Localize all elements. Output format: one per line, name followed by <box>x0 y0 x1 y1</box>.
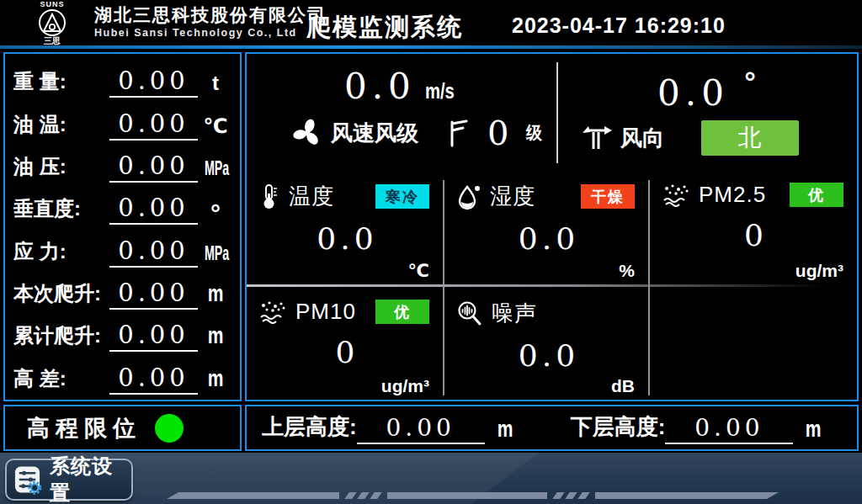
sensor-label: 湿度 <box>490 182 535 211</box>
field-oil-temp: 油 温: 0.00 ℃ <box>13 102 233 141</box>
field-unit: m <box>202 281 230 310</box>
elevation-limit-label: 高程限位 <box>27 413 141 443</box>
lower-height-label: 下层高度: <box>571 412 666 444</box>
company-name: 湖北三思科技股份有限公司 Hubei Sansi Technology Co.,… <box>94 4 327 40</box>
wind-speed-value: 0.0 <box>344 66 416 107</box>
wind-direction-block: 0.0 ° 风向 北 <box>556 54 857 172</box>
wind-level-row: 风速风级 0 级 <box>247 114 556 152</box>
wind-direction-value: 0.0 <box>657 72 729 114</box>
field-stress: 应 力: 0.00 MPa <box>13 229 233 268</box>
sensor-cell-pm10: PM10 优 0 ug/m³ <box>247 289 443 400</box>
wind-section: 0.0 m/s 风速风级 <box>247 54 857 172</box>
upper-height-field: 上层高度: 0.00 m <box>262 412 515 444</box>
upper-height-unit: m <box>497 416 513 444</box>
field-value: 0.00 <box>109 321 198 352</box>
company-name-cn: 湖北三思科技股份有限公司 <box>94 4 327 26</box>
field-label: 油 温: <box>13 111 109 141</box>
dust-icon <box>258 300 287 325</box>
sensor-label: 噪声 <box>492 299 537 328</box>
sensor-unit: ug/m³ <box>381 376 429 396</box>
wind-direction-unit: ° <box>744 66 756 98</box>
upper-height-label: 上层高度: <box>262 412 357 444</box>
sensor-cell-humidity: 湿度 干燥 0.0 % <box>444 172 648 284</box>
field-label: 累计爬升: <box>13 322 109 352</box>
system-settings-button[interactable]: 系统设置 <box>5 459 133 501</box>
field-value: 0.00 <box>109 66 198 98</box>
status-badge: 优 <box>790 183 843 207</box>
sensor-cell-temperature: 温度 寒冷 0.0 ℃ <box>247 172 443 284</box>
field-unit: MPa <box>205 157 226 183</box>
field-value: 0.00 <box>109 236 198 268</box>
company-name-en: Hubei Sansi Technology Co., Ltd <box>94 26 327 40</box>
field-value: 0.00 <box>109 109 198 141</box>
page-title: 爬模监测系统 <box>296 11 473 45</box>
field-value: 0.00 <box>109 363 198 395</box>
wind-direction-label: 风向 <box>620 124 664 153</box>
field-unit: ℃ <box>198 114 233 141</box>
wind-level-flag-icon <box>447 118 469 148</box>
header: SUNS 三思 湖北三思科技股份有限公司 Hubei Sansi Technol… <box>0 0 862 45</box>
status-badge: 干燥 <box>581 184 635 209</box>
wind-speed-unit: m/s <box>425 78 455 104</box>
field-label: 重 量: <box>13 68 109 98</box>
sensor-unit: % <box>619 261 635 281</box>
upper-height-value: 0.00 <box>357 414 485 444</box>
sensor-label: 温度 <box>289 182 334 211</box>
header-divider <box>0 45 862 49</box>
field-weight: 重 量: 0.00 t <box>13 59 233 98</box>
field-height-diff: 高 差: 0.00 m <box>13 356 233 395</box>
noise-meter-icon <box>456 300 483 327</box>
sensor-unit: dB <box>611 376 635 396</box>
field-oil-pressure: 油 压: 0.00 MPa <box>13 144 233 183</box>
wind-section-divider <box>556 62 558 163</box>
sensor-unit: ug/m³ <box>795 261 843 281</box>
monitoring-screen: SUNS 三思 湖北三思科技股份有限公司 Hubei Sansi Technol… <box>0 0 862 504</box>
field-current-climb: 本次爬升: 0.00 m <box>13 271 233 310</box>
sensor-value: 0 <box>258 335 436 369</box>
wind-speed-label: 风速风级 <box>331 119 418 148</box>
environment-panel: 0.0 m/s 风速风级 <box>245 52 859 401</box>
lower-height-unit: m <box>806 416 822 444</box>
dust-icon <box>662 183 690 208</box>
footer-bar: 系统设置 <box>0 453 862 504</box>
measurements-panel: 重 量: 0.00 t 油 温: 0.00 ℃ 油 压: 0.00 MPa 垂直… <box>3 52 242 401</box>
sensor-value: 0.0 <box>456 338 641 373</box>
wind-level-value: 0 <box>487 114 508 152</box>
sensor-value: 0 <box>662 218 850 252</box>
field-verticality: 垂直度: 0.00 ° <box>13 186 233 225</box>
grid-divider-horizontal <box>247 284 841 287</box>
droplet-icon <box>456 183 482 210</box>
sensor-cell-noise: 噪声 0.0 dB <box>444 289 648 400</box>
field-unit: MPa <box>205 242 226 268</box>
sensor-value: 0.0 <box>456 221 641 256</box>
sensor-unit: ℃ <box>408 261 429 281</box>
wind-speed-value-row: 0.0 m/s <box>247 66 556 107</box>
field-label: 高 差: <box>13 365 109 395</box>
field-label: 本次爬升: <box>13 280 109 310</box>
field-unit: t <box>198 72 233 98</box>
wind-direction-reading: 北 <box>701 120 799 156</box>
field-label: 垂直度: <box>13 195 109 225</box>
layer-heights-panel: 上层高度: 0.00 m 下层高度: 0.00 m <box>245 405 859 451</box>
field-unit: m <box>202 366 230 395</box>
status-badge: 寒冷 <box>375 184 429 209</box>
sensor-grid: 温度 寒冷 0.0 ℃ 湿度 干燥 0.0 % <box>247 172 857 400</box>
field-label: 应 力: <box>13 238 109 268</box>
logo-text-top: SUNS <box>20 1 84 8</box>
sensor-label: PM2.5 <box>699 182 766 208</box>
sensor-cell-empty <box>650 289 857 400</box>
footer-decorative-stripe <box>167 492 779 499</box>
sansi-logo-icon <box>20 8 84 37</box>
wind-vane-icon <box>580 123 614 153</box>
field-unit: ° <box>198 205 233 225</box>
field-value: 0.00 <box>109 151 198 183</box>
field-unit: m <box>202 323 230 352</box>
datetime-display: 2023-04-17 16:29:10 <box>512 13 731 38</box>
lower-height-value: 0.00 <box>665 414 793 444</box>
status-badge: 优 <box>375 300 429 324</box>
field-value: 0.00 <box>109 279 198 310</box>
thermometer-icon <box>258 183 280 210</box>
elevation-limit-status-light <box>155 414 184 443</box>
sensor-label: PM10 <box>295 299 356 325</box>
wind-direction-value-row: 0.0 ° <box>556 66 857 114</box>
